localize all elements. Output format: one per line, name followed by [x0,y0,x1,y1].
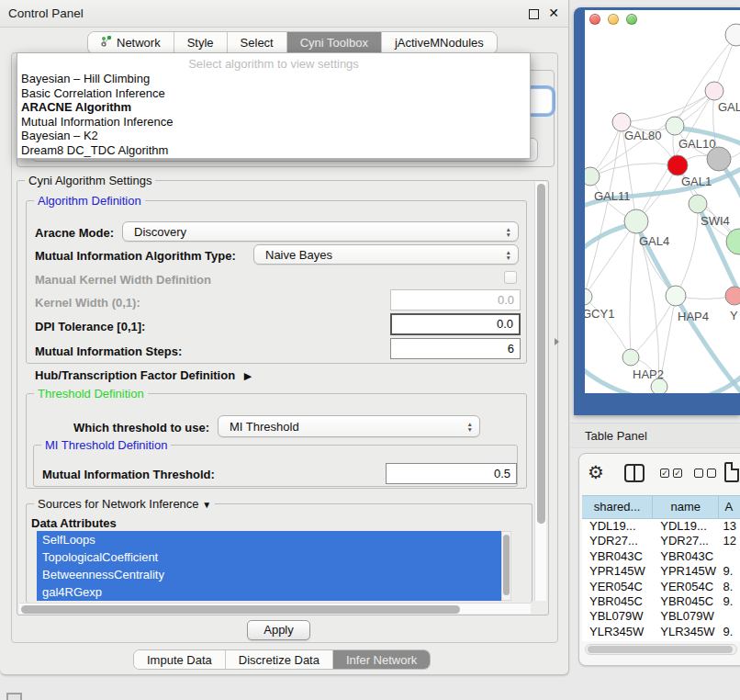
which-threshold-combobox[interactable]: MI Threshold ▲▼ [218,415,480,437]
table-row[interactable]: YBR045CYBR045C9. [582,594,740,609]
dpi-tolerance-field[interactable]: 0.0 [390,313,521,335]
tab-cyni-toolbox[interactable]: Cyni Toolbox [287,32,382,53]
table-cell: 9. [720,625,740,639]
algorithm-option-dream8-dc-tdc-algorithm[interactable]: Dream8 DC_TDC Algorithm [17,143,530,158]
manual-kernel-label: Manual Kernel Width Definition [35,273,211,287]
which-threshold-label: Which threshold to use: [73,421,209,435]
table-cell: YBL079W [653,609,719,624]
control-panel-window: Control Panel ✕ NetworkStyleSelectCyni T… [0,0,569,675]
network-node-hap2[interactable] [622,349,639,366]
mi-threshold-field[interactable]: 0.5 [386,463,517,484]
data-attributes-list: SelfLoopsTopologicalCoefficientBetweenne… [37,531,501,601]
close-icon[interactable]: ✕ [548,6,559,20]
hub-definition-disclosure[interactable]: Hub/Transcription Factor Definition ▶ [35,368,252,382]
kernel-width-field[interactable]: 0.0 [390,289,521,310]
export-table-icon[interactable] [724,462,739,482]
table-horizontal-scrollbar[interactable] [585,644,737,655]
settings-vertical-scrollbar[interactable] [534,182,546,601]
network-edge[interactable] [676,204,698,296]
algorithm-option-aracne-algorithm[interactable]: ARACNE Algorithm [17,100,530,115]
tab-select[interactable]: Select [228,32,287,53]
application-root: { "window": { "title": "Control Panel", … [0,0,740,700]
dock-panel-icon[interactable] [6,693,22,700]
deselect-all-checkboxes-icon[interactable] [694,469,716,478]
table-row[interactable]: YDR27...YDR27...12 [582,534,740,548]
data-attribute-option-selfloops[interactable]: SelfLoops [37,531,501,548]
node-label: SWI4 [701,214,730,228]
network-edge[interactable] [585,297,631,357]
tab-infer-network[interactable]: Infer Network [333,650,430,669]
data-attribute-option-betweennesscentrality[interactable]: BetweennessCentrality [37,566,501,583]
network-edge[interactable] [622,91,714,122]
network-node-gcy1[interactable] [585,288,592,305]
table-row[interactable]: YER054CYER054C8. [582,580,740,594]
table-row[interactable]: YBL079WYBL079W [582,609,740,624]
select-all-checkboxes-icon[interactable]: ✓ ✓ [660,469,682,478]
network-node-gal10[interactable] [666,117,684,135]
mi-steps-label: Mutual Information Steps: [35,344,182,358]
tab-impute-data[interactable]: Impute Data [134,650,226,669]
table-row[interactable]: YLR345WYLR345W9. [582,625,740,639]
network-canvas[interactable]: GALGAL80GAL10GAL1GAL11SWI4GAL4GCY1HAP4YH… [585,10,740,393]
network-node-swi4[interactable] [689,195,707,213]
column-header-name[interactable]: name [653,496,719,518]
table-row[interactable]: YBR043CYBR043C [582,549,740,564]
attributes-list-scrollbar[interactable] [501,531,511,601]
algorithm-option-basic-correlation-inference[interactable]: Basic Correlation Inference [17,86,530,101]
algorithm-option-bayesian-k2[interactable]: Bayesian – K2 [17,129,530,143]
table-row[interactable]: YPR145WYPR145W9. [582,564,740,579]
column-header-a[interactable]: A [719,496,740,518]
disclosure-down-icon: ▼ [202,500,211,510]
tab-network[interactable]: Network [88,32,174,53]
minimize-traffic-light-icon[interactable] [608,14,619,25]
algorithm-option-bayesian-hill-climbing[interactable]: Bayesian – Hill Climbing [17,72,530,86]
splitter-collapse-icon[interactable] [555,338,559,345]
threshold-definition-legend: Threshold Definition [34,387,148,401]
network-node-hap4[interactable] [666,286,686,306]
node-label: GAL4 [639,234,669,248]
aracne-mode-combobox[interactable]: Discovery ▲▼ [122,221,519,242]
table-header-row: shared...nameA [582,495,740,519]
zoom-traffic-light-icon[interactable] [626,14,637,25]
sources-legend[interactable]: Sources for Network Inference ▼ [34,497,215,511]
column-header-shared[interactable]: shared... [582,496,653,518]
table-row[interactable]: YDL19...YDL19...13 [582,519,740,534]
algorithm-dropdown-popup: Select algorithm to view settings Bayesi… [17,52,531,159]
gear-icon[interactable]: ⚙ [588,461,604,483]
table-cell: YLR345W [653,625,719,639]
settings-horizontal-scrollbar[interactable] [19,603,531,614]
network-edge[interactable] [630,221,636,357]
network-node-y[interactable] [725,287,740,305]
data-attribute-option-gal4rgexp[interactable]: gal4RGexp [37,583,501,601]
mi-type-combobox[interactable]: Naive Bayes ▲▼ [253,244,519,265]
manual-kernel-checkbox[interactable] [504,271,517,284]
mi-steps-field[interactable]: 6 [390,338,521,359]
network-node[interactable] [725,24,740,46]
apply-button[interactable]: Apply [247,620,310,640]
float-window-icon[interactable] [529,9,539,19]
mi-threshold-label: Mutual Information Threshold: [42,468,215,481]
network-edge[interactable] [631,296,676,357]
cyni-settings-legend: Cyni Algorithm Settings [25,174,155,187]
table-panel-titlebar: Table Panel [571,423,740,448]
data-attribute-option-topologicalcoefficient[interactable]: TopologicalCoefficient [37,548,501,566]
table-cell: 9 [720,639,740,641]
network-node[interactable] [726,229,740,254]
table-row[interactable]: YIL052CYIL052C9 [582,639,740,641]
network-node-gal[interactable] [705,82,723,100]
node-table: shared...nameA YDL19...YDL19...13YDR27..… [582,495,740,641]
close-traffic-light-icon[interactable] [589,14,600,25]
columns-icon[interactable] [624,464,645,482]
network-node-gal4[interactable] [624,209,648,233]
network-node-gal1[interactable] [667,155,688,175]
network-node[interactable] [651,378,667,393]
node-label: Y [730,309,738,322]
tab-style[interactable]: Style [174,32,228,53]
tab-jactivemnodules[interactable]: jActiveMNodules [382,32,497,53]
network-node[interactable] [707,147,731,171]
network-view-window: GALGAL80GAL10GAL1GAL11SWI4GAL4GCY1HAP4YH… [574,7,740,415]
tab-discretize-data[interactable]: Discretize Data [226,650,333,669]
network-node-gal11[interactable] [585,167,600,186]
algorithm-option-mutual-information-inference[interactable]: Mutual Information Inference [17,115,530,130]
tab-label: Select [241,36,274,50]
